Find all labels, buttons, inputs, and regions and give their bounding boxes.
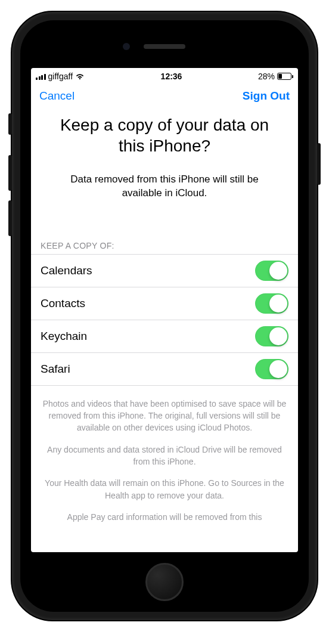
content-area: Keep a copy of your data on this iPhone?… [31,107,298,552]
cell-signal-icon [36,73,46,80]
list-item: Safari [31,353,298,386]
toggle-safari[interactable] [255,359,288,379]
list-item: Contacts [31,287,298,320]
section-header: KEEP A COPY OF: [31,200,298,254]
page-subtitle: Data removed from this iPhone will still… [31,156,298,200]
phone-bezel: giffgaff 12:36 28% Cancel Sign Out [20,20,309,612]
toggle-contacts[interactable] [255,293,288,314]
item-label-keychain: Keychain [41,330,87,343]
wifi-icon [75,73,85,80]
toggle-keychain[interactable] [255,326,288,346]
footer-text: Photos and videos that have been optimis… [31,386,298,523]
item-label-calendars: Calendars [41,264,92,277]
status-bar: giffgaff 12:36 28% [31,68,298,82]
item-label-contacts: Contacts [41,297,85,310]
battery-icon [277,73,293,80]
footer-paragraph: Apple Pay card information will be remov… [42,511,287,523]
page-title: Keep a copy of your data on this iPhone? [31,107,298,156]
footer-paragraph: Your Health data will remain on this iPh… [42,477,287,501]
footer-paragraph: Photos and videos that have been optimis… [42,398,287,434]
cancel-button[interactable]: Cancel [39,89,75,103]
screen: giffgaff 12:36 28% Cancel Sign Out [31,68,298,552]
volume-up-button [8,155,12,191]
footer-paragraph: Any documents and data stored in iCloud … [42,444,287,468]
power-button [317,143,321,185]
toggle-list: Calendars Contacts Keychain Safari [31,254,298,386]
list-item: Calendars [31,255,298,287]
mute-switch [8,113,12,135]
toggle-calendars[interactable] [255,261,288,281]
phone-frame: giffgaff 12:36 28% Cancel Sign Out [12,12,317,620]
volume-down-button [8,200,12,236]
sign-out-button[interactable]: Sign Out [243,89,290,103]
front-camera [123,43,130,50]
nav-bar: Cancel Sign Out [31,82,298,107]
carrier-label: giffgaff [48,72,73,81]
list-item: Keychain [31,320,298,353]
item-label-safari: Safari [41,363,70,376]
earpiece-speaker [144,44,185,49]
home-button[interactable] [145,563,184,601]
battery-percentage: 28% [258,72,275,81]
clock: 12:36 [161,72,182,81]
